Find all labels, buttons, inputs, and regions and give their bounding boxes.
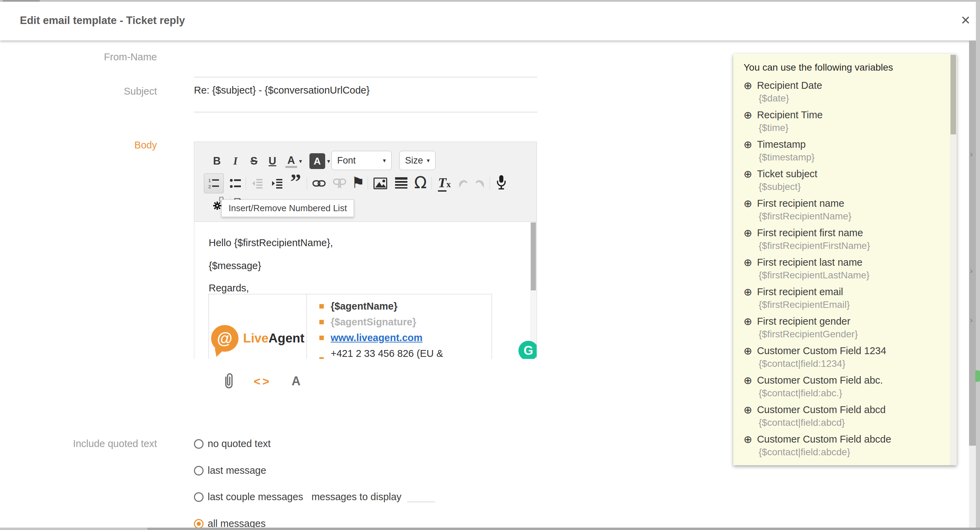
variable-code: {$contact|field:1234} xyxy=(759,359,935,369)
editor-content-area[interactable]: Hello {$firstRecipientName}, {$message} … xyxy=(194,222,536,359)
radio-icon[interactable] xyxy=(194,492,204,502)
logo-text-agent: Agent xyxy=(269,331,305,346)
variable-name: Recipient Date xyxy=(757,80,822,91)
increase-indent-button[interactable] xyxy=(269,176,285,191)
insert-variable-icon[interactable]: ⊕ xyxy=(744,110,752,120)
from-name-input[interactable] xyxy=(194,56,537,77)
insert-image-button[interactable] xyxy=(371,176,390,191)
quoted-text-option[interactable]: last message xyxy=(194,465,266,476)
special-character-button[interactable]: Ω xyxy=(412,173,430,192)
link-icon xyxy=(312,179,326,188)
radio-selected-icon[interactable] xyxy=(194,519,204,528)
signature-item: +421 2 33 456 826 (EU & Worldwide) xyxy=(319,348,492,359)
strikethrough-button[interactable]: S xyxy=(247,152,261,170)
variable-item[interactable]: ⊕Recipient Time{$time} xyxy=(744,109,935,139)
variable-item[interactable]: ⊕Customer Custom Field abcd{$contact|fie… xyxy=(744,404,935,434)
variable-code: {$firstRecipientFirstName} xyxy=(759,241,935,251)
insert-variable-icon[interactable]: ⊕ xyxy=(744,228,752,238)
dialog-header: Edit email template - Ticket reply × xyxy=(0,0,980,40)
flag-icon: ⚑ xyxy=(351,174,364,191)
insert-variable-icon[interactable]: ⊕ xyxy=(744,81,752,91)
background-chevron-icon: › xyxy=(970,267,975,275)
bulleted-list-button[interactable] xyxy=(227,176,243,191)
messages-to-display-label: messages to display xyxy=(312,491,402,503)
variable-item[interactable]: ⊕Customer Custom Field 1234{$contact|fie… xyxy=(744,345,935,375)
variable-item[interactable]: ⊕First recipient email{$firstRecipientEm… xyxy=(744,286,935,316)
bullet-icon xyxy=(319,320,324,324)
signature-item: {$agentSignature} xyxy=(319,316,492,328)
size-dropdown[interactable]: Size ▾ xyxy=(399,151,436,170)
font-dropdown[interactable]: Font ▾ xyxy=(331,151,391,170)
insert-variable-icon[interactable]: ⊕ xyxy=(744,375,752,386)
background-color-button[interactable]: A ▾ xyxy=(307,152,332,170)
variable-item[interactable]: ⊕First recipient gender{$firstRecipientG… xyxy=(744,316,935,345)
signature-details-cell: {$agentName}{$agentSignature}www.liveage… xyxy=(306,294,492,359)
variable-item[interactable]: ⊕First recipient name{$firstRecipientNam… xyxy=(744,198,935,227)
line-style-button[interactable] xyxy=(392,176,410,191)
toolbar-tooltip: Insert/Remove Numbered List xyxy=(221,200,354,217)
text-format-button[interactable]: A xyxy=(286,372,305,391)
italic-button[interactable]: I xyxy=(228,152,243,170)
editor-scrollbar-thumb[interactable] xyxy=(531,222,536,291)
underline-button[interactable]: U xyxy=(265,152,280,170)
decrease-indent-icon xyxy=(251,177,263,189)
editor-text-line: Hello {$firstRecipientName}, xyxy=(209,237,333,249)
insert-variable-icon[interactable]: ⊕ xyxy=(744,316,752,327)
window-scrollbar[interactable] xyxy=(976,0,980,530)
variable-code: {$contact|field:abcd} xyxy=(759,418,935,428)
anchor-flag-button[interactable]: ⚑ xyxy=(350,173,366,192)
quoted-text-option[interactable]: last couple messagesmessages to display xyxy=(194,491,435,503)
dictation-button[interactable] xyxy=(493,174,509,191)
variable-item[interactable]: ⊕First recipient first name{$firstRecipi… xyxy=(744,227,935,257)
paperclip-icon xyxy=(223,373,234,390)
variable-item[interactable]: ⊕Timestamp{$timestamp} xyxy=(744,139,935,168)
redo-icon xyxy=(474,178,485,188)
variable-code: {$subject} xyxy=(759,182,935,192)
remove-format-button[interactable]: Tx xyxy=(434,174,455,191)
variables-scrollbar-thumb[interactable] xyxy=(951,55,956,134)
signature-item-text: +421 2 33 456 826 (EU & Worldwide) xyxy=(331,348,492,359)
horizontal-scrollbar[interactable] xyxy=(0,528,980,530)
variable-item[interactable]: ⊕Recipient Date{$date} xyxy=(744,80,935,109)
quoted-text-option[interactable]: no quoted text xyxy=(194,438,271,449)
variable-item[interactable]: ⊕Customer Custom Field abcde{$contact|fi… xyxy=(744,434,935,463)
insert-variable-icon[interactable]: ⊕ xyxy=(744,139,752,150)
variable-item[interactable]: ⊕Customer Custom Field abc.{$contact|fie… xyxy=(744,375,935,404)
body-richtext-editor: B I S U A ▾ A ▾ Font ▾ Size ▾ 12 xyxy=(194,142,537,359)
background-page-edge-lower xyxy=(969,446,976,530)
variable-item[interactable]: ⊕Ticket subject{$subject} xyxy=(744,168,935,198)
insert-variable-icon[interactable]: ⊕ xyxy=(744,169,752,179)
blockquote-button[interactable]: ” xyxy=(287,172,305,191)
image-icon xyxy=(373,177,388,190)
chevron-down-icon: ▾ xyxy=(299,158,302,165)
variables-scrollbar[interactable] xyxy=(950,54,957,465)
numbered-list-button[interactable]: 12 xyxy=(204,174,224,193)
editor-scrollbar[interactable] xyxy=(530,222,536,359)
radio-label: last couple messages xyxy=(208,491,303,503)
horizontal-scrollbar-thumb[interactable] xyxy=(147,528,980,530)
grammarly-badge[interactable]: G xyxy=(519,341,536,359)
signature-item[interactable]: www.liveagent.com xyxy=(319,332,492,343)
variable-code: {$firstRecipientLastName} xyxy=(759,270,935,281)
top-page-strip xyxy=(0,0,980,2)
messages-to-display-input[interactable] xyxy=(407,492,435,502)
radio-icon[interactable] xyxy=(194,466,204,476)
insert-variable-icon[interactable]: ⊕ xyxy=(744,405,752,415)
text-color-button[interactable]: A ▾ xyxy=(283,152,305,170)
insert-code-button[interactable]: <> xyxy=(253,372,272,391)
insert-variable-icon[interactable]: ⊕ xyxy=(744,198,752,209)
insert-variable-icon[interactable]: ⊕ xyxy=(744,257,752,268)
close-icon[interactable]: × xyxy=(956,10,975,29)
subject-input[interactable] xyxy=(194,90,537,112)
variable-code: {$contact|field:abcde} xyxy=(759,447,935,457)
attach-file-button[interactable] xyxy=(219,372,239,391)
insert-link-button[interactable] xyxy=(310,176,328,191)
liveagent-logo-icon: @ xyxy=(211,325,239,352)
variables-panel-title: You can use the following variables xyxy=(744,62,893,73)
radio-icon[interactable] xyxy=(194,439,204,449)
variable-item[interactable]: ⊕First recipient last name{$firstRecipie… xyxy=(744,257,935,286)
insert-variable-icon[interactable]: ⊕ xyxy=(744,287,752,297)
insert-variable-icon[interactable]: ⊕ xyxy=(744,434,752,445)
bold-button[interactable]: B xyxy=(209,152,224,170)
insert-variable-icon[interactable]: ⊕ xyxy=(744,346,752,356)
